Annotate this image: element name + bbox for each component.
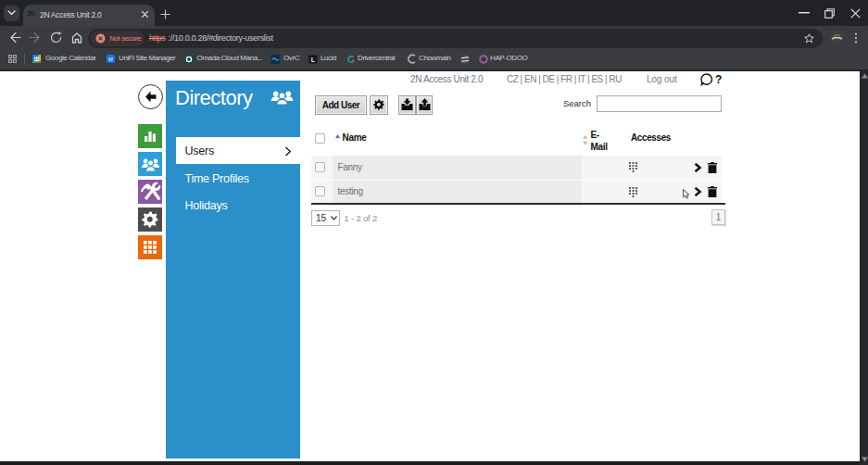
svg-text:L: L (311, 56, 316, 62)
svg-text:U: U (108, 57, 112, 62)
svg-text:31: 31 (34, 57, 40, 61)
